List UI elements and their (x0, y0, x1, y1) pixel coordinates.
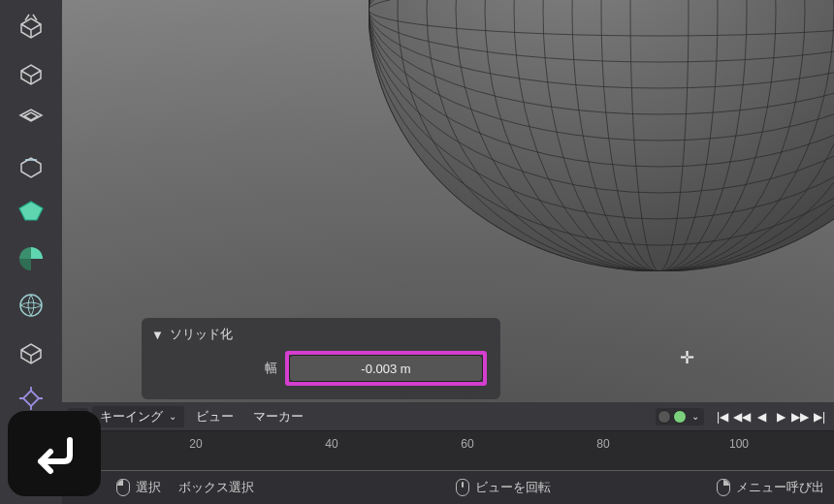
play-reverse-button[interactable]: ◀ (753, 408, 770, 425)
live-icon (673, 410, 687, 424)
bevel-icon (16, 150, 47, 181)
return-arrow-icon (27, 426, 81, 481)
keying-dropdown[interactable]: キーイング ⌄ (92, 406, 184, 427)
status-hint-context-menu: メニュー呼び出 (717, 479, 824, 496)
svg-point-9 (456, 0, 834, 271)
mouse-middle-icon (456, 479, 469, 496)
mouse-right-icon (717, 479, 730, 496)
operator-panel: ▼ ソリッド化 幅 -0.003 m (142, 318, 500, 399)
chevron-down-icon: ▼ (151, 328, 164, 342)
svg-point-18 (369, 0, 834, 167)
chevron-down-icon: ⌄ (169, 411, 176, 422)
back-button[interactable] (8, 411, 101, 496)
tool-bevel[interactable] (9, 143, 53, 188)
auto-key-toggle[interactable]: ⌄ (656, 408, 704, 425)
chevron-down-icon: ⌄ (689, 411, 702, 422)
tool-extrude-region[interactable] (9, 4, 53, 48)
mesh-object-sphere (369, 0, 834, 271)
mouse-left-icon (116, 479, 130, 496)
tool-knife[interactable] (9, 236, 53, 281)
svg-point-4 (601, 0, 718, 271)
tool-extrude-normals[interactable] (9, 50, 53, 95)
extrude-icon (16, 11, 47, 42)
smooth-icon (16, 383, 47, 414)
timeline-ruler[interactable]: 20 40 60 80 100 120 (62, 431, 834, 470)
loop-cut-icon (16, 197, 47, 228)
next-keyframe-button[interactable]: ▶▶ (791, 408, 809, 425)
prev-keyframe-button[interactable]: ◀◀ (733, 408, 751, 425)
width-field[interactable]: -0.003 m (289, 355, 483, 382)
status-hint-select: 選択 (116, 479, 161, 496)
svg-point-14 (369, 0, 834, 62)
svg-point-3 (630, 0, 689, 271)
status-bar: 選択 ボックス選択 ビューを回転 メニュー呼び出 (0, 471, 834, 504)
svg-point-19 (369, 0, 834, 193)
width-label: 幅 (151, 360, 277, 377)
tick-label: 80 (596, 437, 609, 451)
svg-point-13 (369, 0, 834, 36)
operator-panel-title: ソリッド化 (170, 326, 233, 343)
tick-label: 60 (461, 437, 473, 451)
tool-inset[interactable] (9, 97, 53, 142)
marker-menu-label: マーカー (253, 408, 304, 425)
tool-poly-build[interactable] (9, 283, 53, 328)
record-icon (658, 410, 671, 424)
tick-label: 100 (729, 437, 749, 451)
svg-point-12 (369, 0, 834, 271)
svg-point-1 (20, 295, 42, 316)
svg-point-5 (572, 0, 747, 271)
marker-menu[interactable]: マーカー (245, 406, 311, 427)
view-menu-label: ビュー (196, 408, 234, 425)
tick-label: 40 (325, 437, 337, 451)
svg-marker-0 (19, 202, 43, 220)
svg-point-15 (369, 0, 834, 88)
playback-controls: |◀ ◀◀ ◀ ▶ ▶▶ ▶| (714, 408, 828, 425)
tool-loop-cut[interactable] (9, 190, 53, 235)
operator-panel-header[interactable]: ▼ ソリッド化 (151, 324, 491, 351)
spin-icon (16, 336, 47, 367)
svg-point-6 (543, 0, 776, 271)
inset-icon (16, 104, 47, 135)
svg-point-10 (427, 0, 834, 271)
svg-point-17 (369, 0, 834, 141)
extrude-normals-icon (16, 57, 47, 88)
highlight-annotation: -0.003 m (285, 351, 487, 386)
width-value: -0.003 m (361, 362, 410, 376)
3d-viewport[interactable]: ✛ ▼ ソリッド化 幅 -0.003 m (62, 0, 834, 402)
svg-point-20 (369, 0, 834, 219)
svg-point-11 (398, 0, 834, 271)
svg-point-8 (485, 0, 834, 271)
timeline-header: ⌄ キーイング ⌄ ビュー マーカー ⌄ |◀ ◀◀ ◀ ▶ ▶▶ ▶| (62, 402, 834, 431)
status-hint-rotate-view: ビューを回転 (456, 479, 551, 496)
knife-icon (16, 243, 47, 274)
jump-start-button[interactable]: |◀ (714, 408, 731, 425)
poly-build-icon (16, 290, 47, 321)
svg-point-7 (514, 0, 805, 271)
play-button[interactable]: ▶ (772, 408, 789, 425)
svg-point-2 (369, 0, 834, 271)
tick-label: 20 (189, 437, 202, 451)
jump-end-button[interactable]: ▶| (811, 408, 828, 425)
status-hint-box-select: ボックス選択 (178, 479, 254, 496)
view-menu[interactable]: ビュー (188, 406, 241, 427)
timeline-editor: ⌄ キーイング ⌄ ビュー マーカー ⌄ |◀ ◀◀ ◀ ▶ ▶▶ ▶| 20 … (62, 402, 834, 470)
svg-point-22 (369, 0, 834, 271)
svg-point-16 (369, 0, 834, 114)
3d-cursor-icon: ✛ (680, 349, 694, 366)
svg-point-21 (369, 0, 834, 245)
tool-spin[interactable] (9, 330, 53, 374)
keying-label: キーイング (100, 408, 163, 425)
